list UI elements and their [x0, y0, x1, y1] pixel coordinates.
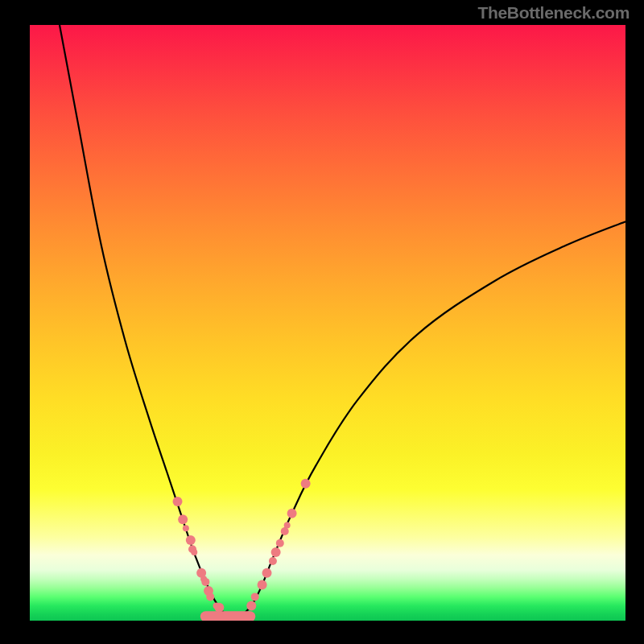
data-marker: [276, 539, 284, 547]
series-left-curve: [60, 25, 233, 617]
data-marker: [251, 592, 259, 601]
data-marker: [206, 592, 214, 601]
data-marker: [214, 603, 224, 613]
data-marker: [191, 549, 197, 555]
data-marker: [258, 580, 267, 590]
data-marker: [186, 535, 196, 545]
plot-area: [30, 25, 625, 621]
chart-container: TheBottleneck.com: [0, 0, 644, 644]
data-marker: [269, 557, 277, 565]
data-marker: [287, 509, 297, 518]
data-marker: [178, 514, 188, 524]
data-marker: [173, 497, 183, 506]
data-marker: [246, 601, 256, 611]
markers-layer: [173, 479, 311, 613]
data-marker: [301, 479, 311, 489]
data-marker: [201, 578, 209, 586]
data-marker: [284, 522, 291, 529]
data-marker: [183, 525, 189, 531]
chart-svg: [30, 25, 625, 621]
lines-layer: [60, 25, 625, 617]
series-right-curve: [238, 221, 625, 617]
data-marker: [271, 547, 281, 557]
watermark-text: TheBottleneck.com: [477, 3, 630, 23]
data-marker: [262, 568, 272, 578]
